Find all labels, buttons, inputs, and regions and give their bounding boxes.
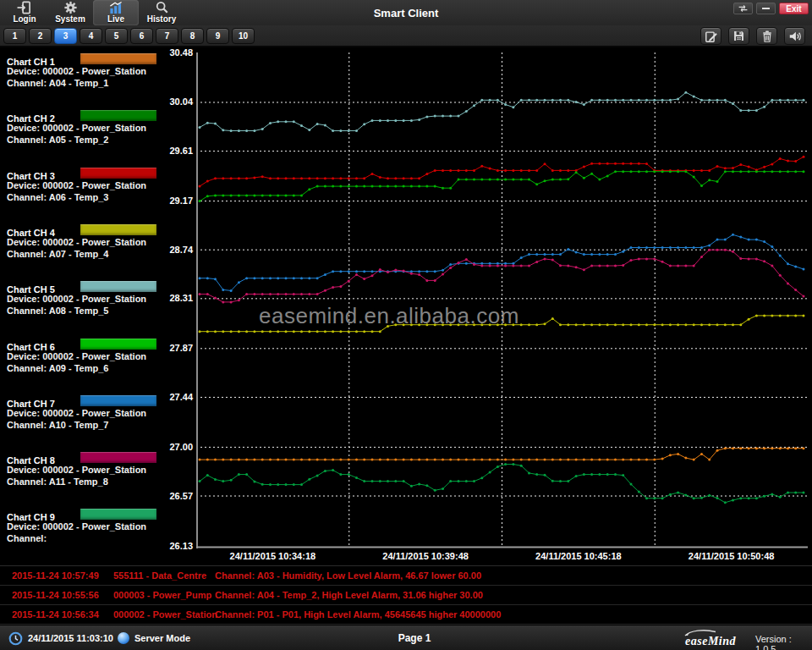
channel-device: Device: 000002 - Power_Station	[7, 122, 195, 134]
page-tab-7[interactable]: 7	[156, 28, 178, 44]
series-ch7	[199, 234, 805, 292]
channel-name: Chart CH 1	[7, 57, 55, 67]
page-tab-3[interactable]: 3	[54, 28, 77, 44]
channel-color-bar	[80, 110, 156, 121]
channel-title-row: Chart CH 4	[7, 224, 195, 236]
page-tab-9[interactable]: 9	[206, 28, 229, 44]
save-button[interactable]	[728, 27, 749, 45]
x-tick-4: 24/11/2015 10:50:48	[672, 551, 791, 561]
brand-logo: easeMind	[682, 629, 753, 649]
nav-history-button[interactable]: History	[139, 0, 184, 25]
nav-live-button[interactable]: Live	[93, 0, 139, 25]
alarm-message: Channel: P01 - P01, High Level Alarm, 45…	[215, 609, 812, 620]
x-tick-1: 24/11/2015 10:34:18	[213, 551, 332, 561]
edit-icon	[705, 30, 718, 43]
chart-toolbar	[700, 27, 805, 45]
page-title: Smart Client	[279, 7, 533, 19]
alarm-time: 2015-11-24 10:56:34	[0, 609, 113, 620]
y-tick-27.00: 27.00	[162, 442, 193, 452]
page-tab-2[interactable]: 2	[29, 28, 52, 44]
channel-name: Chart CH 2	[7, 113, 55, 124]
nav-login-button[interactable]: Login	[2, 0, 47, 25]
alarm-time: 2015-11-24 10:55:56	[0, 590, 113, 600]
page-tab-1[interactable]: 1	[3, 28, 26, 44]
trash-icon	[761, 30, 773, 42]
main-nav: Login System Live	[2, 0, 184, 25]
nav-history-label: History	[147, 14, 176, 25]
exit-button[interactable]: Exit	[779, 3, 809, 14]
channel-color-bar	[80, 281, 156, 292]
alarm-message: Channel: A04 - Temp_2, High Level Alarm,…	[215, 590, 812, 600]
page-tabs: 12345678910	[3, 28, 255, 44]
audio-button[interactable]	[784, 27, 805, 45]
save-icon	[732, 30, 745, 42]
channel-name: Chart CH 5	[7, 284, 55, 295]
page-indicator: Page 1	[355, 632, 474, 644]
bar-chart-icon	[107, 1, 124, 14]
alarm-message: Channel: A03 - Humidity, Low Level Alarm…	[215, 570, 812, 581]
page-tab-6[interactable]: 6	[130, 28, 153, 44]
y-tick-28.74: 28.74	[162, 245, 193, 255]
window-controls: Exit	[733, 3, 809, 14]
y-tick-30.48: 30.48	[162, 47, 193, 58]
refresh-icon	[738, 4, 749, 13]
channel-name: Chart CH 4	[7, 228, 55, 238]
channel-title-row: Chart CH 8	[7, 452, 195, 464]
minimize-icon	[762, 8, 770, 9]
alarm-device: 555111 - Data_Centre	[113, 570, 215, 581]
channel-color-bar	[80, 395, 156, 406]
channel-color-bar	[80, 168, 156, 179]
channel-title-row: Chart CH 5	[7, 281, 195, 293]
x-tick-2: 24/11/2015 10:39:48	[366, 551, 485, 561]
login-icon	[16, 1, 33, 14]
refresh-window-button[interactable]	[733, 3, 753, 14]
page-tab-5[interactable]: 5	[105, 28, 128, 44]
channel-name: Chart CH 7	[7, 399, 55, 409]
channel-block-7[interactable]: Chart CH 7Device: 000002 - Power_Station…	[7, 395, 195, 446]
nav-live-label: Live	[107, 14, 124, 25]
gear-icon	[63, 1, 78, 14]
page-tab-10[interactable]: 10	[232, 28, 255, 44]
version-label: Version : 1.0.5	[755, 634, 812, 650]
channel-color-bar	[80, 224, 156, 235]
channel-block-3[interactable]: Chart CH 3Device: 000002 - Power_Station…	[7, 168, 195, 218]
delete-button[interactable]	[756, 27, 777, 45]
brand-name: easeMind	[685, 635, 736, 648]
x-tick-3: 24/11/2015 10:45:18	[519, 551, 638, 561]
channel-signal: Channel: A10 - Temp_7	[7, 419, 195, 431]
alarm-row-2[interactable]: 2015-11-24 10:55:56000003 - Power_PumpCh…	[0, 586, 812, 605]
channel-color-bar	[80, 53, 156, 64]
channel-device: Device: 000002 - Power_Station	[7, 521, 195, 532]
smart-client-window: Login System Live	[0, 0, 812, 650]
channel-device: Device: 000002 - Power_Station	[7, 65, 195, 77]
channel-title-row: Chart CH 9	[7, 509, 195, 521]
alarm-row-3[interactable]: 2015-11-24 10:56:34000002 - Power_Statio…	[0, 605, 812, 625]
channel-block-5[interactable]: Chart CH 5Device: 000002 - Power_Station…	[7, 281, 195, 332]
chart-plot-area[interactable]: easemind.en.alibaba.com	[196, 52, 808, 548]
y-tick-27.87: 27.87	[162, 343, 193, 353]
y-tick-26.13: 26.13	[162, 541, 193, 551]
status-bar: 24/11/2015 11:03:10 Server Mode Page 1 e…	[0, 625, 812, 650]
trend-chart	[196, 52, 808, 548]
nav-system-label: System	[55, 14, 85, 25]
channel-block-9[interactable]: Chart CH 9Device: 000002 - Power_Station…	[7, 509, 195, 559]
server-mode-indicator-icon	[118, 632, 129, 644]
channel-color-bar	[80, 339, 156, 350]
alarm-time: 2015-11-24 10:57:49	[0, 570, 113, 581]
channel-signal: Channel: A09 - Temp_6	[7, 362, 195, 374]
channel-signal: Channel: A05 - Temp_2	[7, 134, 195, 146]
alarm-row-1[interactable]: 2015-11-24 10:57:49555111 - Data_CentreC…	[0, 566, 812, 586]
channel-name: Chart CH 8	[7, 455, 55, 465]
alarm-device: 000002 - Power_Station	[113, 609, 215, 620]
minimize-button[interactable]	[756, 3, 776, 14]
page-tab-4[interactable]: 4	[80, 28, 102, 44]
channel-signal: Channel: A04 - Temp_1	[7, 77, 195, 89]
page-tab-8[interactable]: 8	[181, 28, 204, 44]
status-time: 24/11/2015 11:03:10	[28, 633, 113, 643]
alarm-device: 000003 - Power_Pump	[113, 590, 215, 600]
nav-system-button[interactable]: System	[47, 0, 93, 25]
edit-button[interactable]	[700, 27, 721, 45]
speaker-icon	[788, 30, 802, 43]
magnifier-icon	[155, 1, 169, 14]
channel-title-row: Chart CH 2	[7, 110, 195, 122]
